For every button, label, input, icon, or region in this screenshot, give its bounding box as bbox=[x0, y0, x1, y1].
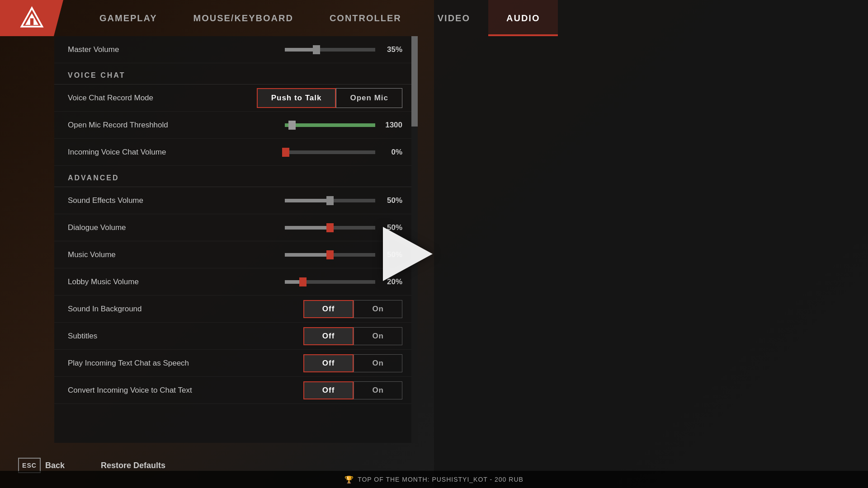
subtitles-toggle: Off On bbox=[303, 327, 402, 345]
voice-to-text-row: Convert Incoming Voice to Chat Text Off … bbox=[54, 377, 416, 404]
sound-effects-value: 50% bbox=[380, 196, 402, 205]
subtitles-on-btn[interactable]: On bbox=[354, 327, 402, 345]
voice-to-text-on-btn[interactable]: On bbox=[354, 381, 402, 399]
master-volume-fill bbox=[285, 48, 316, 52]
scrollbar-thumb[interactable] bbox=[411, 36, 418, 127]
advanced-header: ADVANCED bbox=[54, 166, 416, 187]
lobby-music-value: 20% bbox=[380, 277, 402, 286]
tab-audio[interactable]: AUDIO bbox=[488, 0, 558, 36]
settings-panel: Master Volume 35% VOICE CHAT Voice Chat … bbox=[54, 36, 416, 443]
record-mode-toggle: Push to Talk Open Mic bbox=[257, 88, 402, 108]
subtitles-label: Subtitles bbox=[68, 332, 303, 341]
music-control: 50% bbox=[285, 250, 402, 259]
bottom-banner: 🏆 TOP OF THE MONTH: PUSHISTYI_KOT - 200 … bbox=[0, 471, 868, 488]
dialogue-slider[interactable] bbox=[285, 226, 375, 230]
subtitles-off-btn[interactable]: Off bbox=[303, 327, 354, 345]
threshold-control: 1300 bbox=[285, 121, 402, 130]
voice-chat-record-mode-control: Push to Talk Open Mic bbox=[257, 88, 402, 108]
incoming-voice-value: 0% bbox=[380, 148, 402, 157]
apex-logo-icon bbox=[19, 6, 44, 31]
subtitles-control: Off On bbox=[303, 327, 402, 345]
dialogue-value: 50% bbox=[380, 223, 402, 232]
sound-in-bg-toggle: Off On bbox=[303, 300, 402, 318]
sound-effects-slider[interactable] bbox=[285, 199, 375, 202]
incoming-voice-row: Incoming Voice Chat Volume 0% bbox=[54, 139, 416, 166]
text-to-speech-control: Off On bbox=[303, 354, 402, 372]
dialogue-label: Dialogue Volume bbox=[68, 223, 285, 232]
dialogue-fill bbox=[285, 226, 330, 230]
scrollbar-track[interactable] bbox=[411, 36, 418, 443]
banner-text: TOP OF THE MONTH: PUSHISTYI_KOT - 200 RU… bbox=[358, 476, 524, 483]
music-fill bbox=[285, 253, 330, 257]
bg-right-overlay bbox=[434, 0, 868, 488]
sound-in-bg-label: Sound In Background bbox=[68, 305, 303, 314]
tab-video[interactable]: VIDEO bbox=[420, 0, 488, 36]
threshold-slider[interactable] bbox=[285, 123, 375, 127]
master-volume-row: Master Volume 35% bbox=[54, 36, 416, 63]
header: GAMEPLAY MOUSE/KEYBOARD CONTROLLER VIDEO… bbox=[0, 0, 868, 36]
lobby-music-thumb[interactable] bbox=[299, 277, 307, 286]
master-volume-value: 35% bbox=[380, 45, 402, 54]
threshold-thumb[interactable] bbox=[288, 121, 296, 130]
sound-effects-control: 50% bbox=[285, 196, 402, 205]
voice-chat-record-mode-row: Voice Chat Record Mode Push to Talk Open… bbox=[54, 84, 416, 112]
subtitles-row: Subtitles Off On bbox=[54, 323, 416, 350]
nav-tabs: GAMEPLAY MOUSE/KEYBOARD CONTROLLER VIDEO… bbox=[63, 0, 868, 36]
sound-effects-fill bbox=[285, 199, 330, 202]
master-volume-control: 35% bbox=[285, 45, 402, 54]
text-to-speech-off-btn[interactable]: Off bbox=[303, 354, 354, 372]
sound-effects-thumb[interactable] bbox=[326, 196, 334, 205]
sound-in-bg-row: Sound In Background Off On bbox=[54, 296, 416, 323]
incoming-voice-thumb[interactable] bbox=[282, 148, 289, 157]
sound-effects-label: Sound Effects Volume bbox=[68, 196, 285, 205]
music-row: Music Volume 50% bbox=[54, 241, 416, 268]
voice-to-text-control: Off On bbox=[303, 381, 402, 399]
incoming-voice-slider[interactable] bbox=[285, 150, 375, 154]
lobby-music-control: 20% bbox=[285, 277, 402, 286]
lobby-music-label: Lobby Music Volume bbox=[68, 277, 285, 286]
threshold-fill bbox=[285, 123, 375, 127]
music-value: 50% bbox=[380, 250, 402, 259]
text-to-speech-toggle: Off On bbox=[303, 354, 402, 372]
trophy-icon: 🏆 bbox=[344, 475, 354, 484]
push-to-talk-btn[interactable]: Push to Talk bbox=[257, 88, 336, 108]
incoming-voice-label: Incoming Voice Chat Volume bbox=[68, 148, 285, 157]
threshold-row: Open Mic Record Threshhold 1300 bbox=[54, 112, 416, 139]
sound-in-bg-off-btn[interactable]: Off bbox=[303, 300, 354, 318]
master-volume-thumb[interactable] bbox=[313, 45, 320, 54]
sound-effects-row: Sound Effects Volume 50% bbox=[54, 187, 416, 214]
logo-area bbox=[0, 0, 63, 36]
voice-to-text-toggle: Off On bbox=[303, 381, 402, 399]
lobby-music-row: Lobby Music Volume 20% bbox=[54, 268, 416, 296]
voice-to-text-label: Convert Incoming Voice to Chat Text bbox=[68, 386, 303, 395]
back-button[interactable]: Back bbox=[45, 461, 65, 470]
text-to-speech-row: Play Incoming Text Chat as Speech Off On bbox=[54, 350, 416, 377]
threshold-value: 1300 bbox=[380, 121, 402, 130]
tab-mouse-keyboard[interactable]: MOUSE/KEYBOARD bbox=[175, 0, 311, 36]
text-to-speech-label: Play Incoming Text Chat as Speech bbox=[68, 359, 303, 368]
restore-defaults-button[interactable]: Restore Defaults bbox=[101, 461, 165, 470]
open-mic-btn[interactable]: Open Mic bbox=[336, 88, 402, 108]
threshold-label: Open Mic Record Threshhold bbox=[68, 121, 285, 130]
voice-chat-header: VOICE CHAT bbox=[54, 63, 416, 84]
tab-gameplay[interactable]: GAMEPLAY bbox=[81, 0, 175, 36]
voice-chat-record-mode-label: Voice Chat Record Mode bbox=[68, 94, 257, 103]
sound-in-bg-control: Off On bbox=[303, 300, 402, 318]
dialogue-thumb[interactable] bbox=[326, 223, 334, 232]
master-volume-label: Master Volume bbox=[68, 45, 285, 54]
sound-in-bg-on-btn[interactable]: On bbox=[354, 300, 402, 318]
dialogue-control: 50% bbox=[285, 223, 402, 232]
music-thumb[interactable] bbox=[326, 250, 334, 259]
music-label: Music Volume bbox=[68, 250, 285, 259]
dialogue-row: Dialogue Volume 50% bbox=[54, 214, 416, 241]
master-volume-slider[interactable] bbox=[285, 48, 375, 52]
incoming-voice-control: 0% bbox=[285, 148, 402, 157]
svg-rect-2 bbox=[30, 18, 33, 25]
voice-to-text-off-btn[interactable]: Off bbox=[303, 381, 354, 399]
text-to-speech-on-btn[interactable]: On bbox=[354, 354, 402, 372]
lobby-music-slider[interactable] bbox=[285, 280, 375, 284]
music-slider[interactable] bbox=[285, 253, 375, 257]
tab-controller[interactable]: CONTROLLER bbox=[311, 0, 420, 36]
